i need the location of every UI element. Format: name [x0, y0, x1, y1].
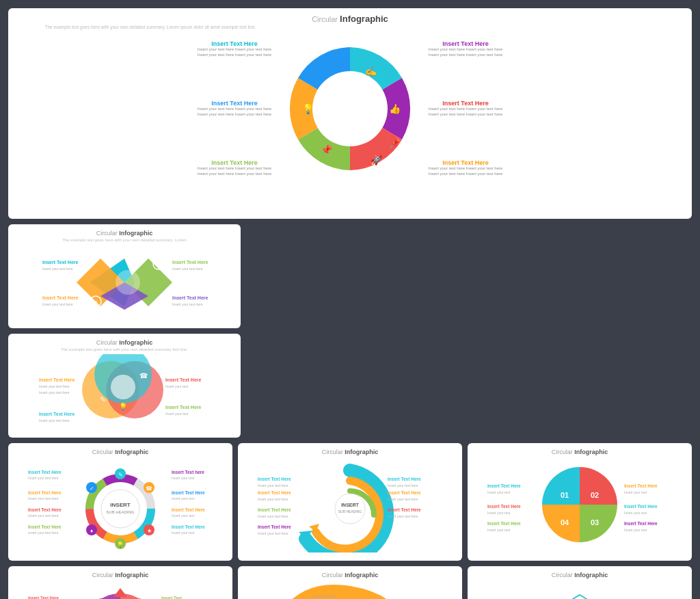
svg-text:📌: 📌	[389, 137, 401, 149]
mid1-svg: INSERT SUB HEADING ✎ ☎ ★ 💡 ♦ ✓ Insert Te…	[14, 457, 227, 553]
svg-text:Insert Text Here: Insert Text Here	[258, 477, 291, 481]
card-mid-3-title: Circular Infographic	[473, 449, 686, 455]
svg-text:Insert Text Here: Insert Text Here	[172, 507, 205, 512]
svg-text:☎: ☎	[139, 372, 148, 380]
label-bl-body: Insert your text here Insert your text h…	[197, 166, 272, 177]
svg-text:💡: 💡	[117, 541, 124, 548]
card-mid-2-title: Circular Infographic	[243, 449, 457, 455]
svg-text:✍: ✍	[365, 66, 377, 77]
svg-text:Insert your text: Insert your text	[487, 528, 511, 532]
svg-text:Insert your text: Insert your text	[165, 384, 189, 388]
label-bl-title: Insert Text Here	[197, 159, 272, 166]
svg-text:Insert Text here: Insert Text here	[172, 470, 204, 475]
bottom-row: Circular Infographic → ✎ 👍 📌 💡	[8, 566, 692, 599]
svg-text:Insert Text Here: Insert Text Here	[28, 470, 62, 475]
svg-text:Insert your text here: Insert your text here	[258, 483, 288, 488]
svg-text:SUB HEADING: SUB HEADING	[106, 510, 135, 514]
label-ml-body: Insert your text here Insert your text h…	[197, 107, 272, 118]
card-subtitle-2: The example text goes here with your own…	[14, 347, 235, 351]
svg-text:Insert your text here: Insert your text here	[28, 531, 59, 535]
svg-text:✎: ✎	[156, 261, 161, 268]
svg-text:Insert your text here: Insert your text here	[28, 496, 59, 501]
svg-text:Insert Text Here: Insert Text Here	[487, 504, 521, 509]
svg-text:Insert your text here: Insert your text here	[39, 418, 70, 423]
svg-text:💡: 💡	[119, 402, 128, 411]
svg-text:Insert your text: Insert your text	[172, 476, 195, 480]
svg-text:☎: ☎	[146, 485, 152, 492]
svg-text:👍: 👍	[389, 103, 401, 115]
svg-text:Insert Text Here: Insert Text Here	[624, 521, 658, 526]
svg-marker-157	[569, 595, 590, 599]
card-mid-3: Circular Infographic 01 02 03 04 Insert …	[468, 443, 692, 561]
svg-text:Insert Text Here: Insert Text Here	[624, 504, 658, 509]
svg-point-77	[335, 494, 365, 524]
svg-point-33	[312, 71, 388, 146]
large-card-subtitle: The example text goes here with your own…	[14, 25, 287, 29]
svg-text:INSERT: INSERT	[341, 503, 359, 507]
svg-text:Insert Text Here: Insert Text Here	[42, 260, 78, 265]
svg-text:★: ★	[147, 528, 152, 534]
label-tr-title: Insert Text Here	[428, 40, 503, 47]
svg-text:Insert your text here: Insert your text here	[172, 302, 203, 306]
circles-svg: ✎ ☎ 💡 Insert Text Here Insert your text …	[14, 354, 235, 429]
card-bot-2: Circular Infographic Insert Text Here In…	[238, 566, 462, 599]
svg-text:Insert your text: Insert your text	[172, 514, 195, 518]
mid3-svg: 01 02 03 04 Insert Text Here Insert your…	[473, 457, 686, 553]
svg-text:Insert Text Here: Insert Text Here	[28, 524, 62, 529]
svg-text:Insert your text here: Insert your text here	[388, 514, 418, 518]
svg-text:✏: ✏	[93, 299, 98, 306]
svg-text:Insert your text: Insert your text	[165, 412, 189, 416]
svg-text:Insert Text Here: Insert Text Here	[388, 507, 421, 512]
svg-text:Insert your text here: Insert your text here	[39, 390, 70, 395]
svg-text:✎: ✎	[100, 395, 106, 403]
svg-text:Insert Text Here: Insert Text Here	[28, 490, 62, 495]
svg-text:Insert your text here: Insert your text here	[39, 384, 70, 388]
svg-text:Insert Text Here: Insert Text Here	[312, 588, 348, 593]
large-right-labels: Insert Text Here Insert your text here I…	[428, 40, 503, 177]
svg-text:04: 04	[561, 518, 569, 527]
svg-text:Insert Text Here: Insert Text Here	[388, 477, 421, 481]
svg-text:03: 03	[591, 518, 599, 527]
card-subtitle-1: The example text goes here with your own…	[14, 238, 235, 242]
svg-text:Insert your text here: Insert your text here	[388, 497, 418, 501]
card-bot-3: Circular Infographic INSERT ✎ 🚀 💡 ♦ ★ ✓	[468, 566, 692, 599]
svg-text:Insert Text Here: Insert Text Here	[624, 483, 658, 488]
label-br-body: Insert your text here Insert your text h…	[428, 166, 503, 177]
card-title-2: Circular Infographic	[14, 339, 235, 346]
svg-point-20	[111, 375, 135, 399]
svg-text:Insert Text Here: Insert Text Here	[258, 524, 291, 529]
svg-text:Insert Text Here: Insert Text Here	[258, 507, 291, 512]
svg-text:02: 02	[591, 491, 599, 499]
svg-text:01: 01	[561, 491, 569, 499]
large-left-labels: Insert Text Here Insert your text here I…	[197, 40, 272, 177]
svg-text:Insert your text: Insert your text	[172, 496, 195, 501]
svg-text:Insert your text here: Insert your text here	[42, 267, 73, 271]
svg-text:✎: ✎	[118, 472, 123, 478]
svg-text:Insert your text here: Insert your text here	[28, 514, 59, 518]
svg-text:Insert Text Here: Insert Text Here	[39, 412, 75, 416]
svg-text:Insert your text: Insert your text	[487, 511, 511, 515]
svg-text:✓: ✓	[90, 485, 94, 492]
donut-svg: ✍ 👍 📌 🚀 📌 💡	[275, 34, 425, 184]
card-mid-2: Circular Infographic INSERT SUB HEADING …	[238, 443, 462, 561]
svg-text:Insert your text: Insert your text	[172, 531, 195, 535]
svg-text:Insert your text here: Insert your text here	[258, 514, 288, 518]
bot2-svg: Insert Text Here Insert text here Insert…	[243, 580, 457, 599]
svg-text:Insert Text Here: Insert Text Here	[165, 377, 201, 382]
label-tl-title: Insert Text Here	[197, 40, 272, 47]
card-mid-1-title: Circular Infographic	[14, 449, 227, 455]
svg-text:Insert Text Here: Insert Text Here	[39, 377, 75, 382]
svg-text:Insert your text here: Insert your text here	[42, 302, 73, 306]
label-tr-body: Insert your text here Insert your text h…	[428, 47, 503, 58]
svg-text:Insert your text: Insert your text	[624, 528, 647, 532]
label-mr-body: Insert your text here Insert your text h…	[428, 107, 503, 118]
svg-text:Insert Text Here: Insert Text Here	[258, 490, 291, 495]
card-top-left-2: Circular Infographic The example text go…	[8, 334, 241, 438]
svg-text:💡: 💡	[302, 103, 314, 115]
svg-text:Insert your text: Insert your text	[487, 490, 511, 494]
svg-text:Insert Text Here: Insert Text Here	[172, 260, 208, 265]
svg-text:Insert your text: Insert your text	[624, 511, 647, 515]
svg-text:🚀: 🚀	[371, 155, 383, 166]
svg-text:Insert Text Here: Insert Text Here	[28, 507, 62, 512]
svg-text:Insert Text Here: Insert Text Here	[388, 490, 421, 495]
